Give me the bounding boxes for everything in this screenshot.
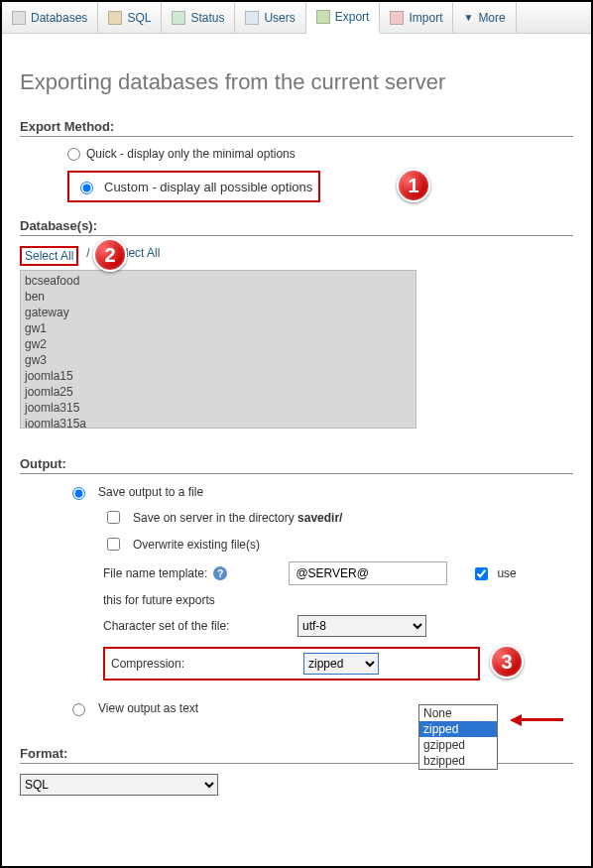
format-select[interactable]: SQL: [20, 774, 218, 796]
select-all-highlight: Select All: [20, 246, 78, 266]
compression-option[interactable]: zipped: [419, 721, 497, 737]
cb-save-server[interactable]: [107, 511, 120, 524]
main-content: Exporting databases from the current ser…: [2, 34, 591, 813]
radio-quick-row[interactable]: Quick - display only the minimal options: [67, 147, 573, 161]
export-icon: [316, 10, 330, 24]
compression-option[interactable]: None: [419, 705, 497, 721]
compression-option[interactable]: gzipped: [419, 737, 497, 753]
cb-overwrite-row[interactable]: Overwrite existing file(s): [103, 535, 573, 554]
future-exports-text: this for future exports: [103, 593, 215, 607]
section-output: Output:: [20, 456, 573, 474]
charset-select[interactable]: utf-8: [297, 615, 426, 637]
help-icon[interactable]: ?: [213, 566, 227, 580]
section-export-method: Export Method:: [20, 119, 573, 137]
tab-sql[interactable]: SQL: [98, 2, 162, 33]
filename-template-input[interactable]: [289, 561, 447, 585]
database-multiselect[interactable]: bcseafoodbengatewaygw1gw2gw3joomla15joom…: [20, 270, 416, 429]
annotation-badge-2: 2: [93, 238, 127, 272]
import-icon: [390, 11, 404, 25]
db-select-links: Select All / Unselect All 2: [20, 246, 573, 266]
section-databases: Database(s):: [20, 218, 573, 236]
top-nav-tabs: Databases SQL Status Users Export Import…: [2, 2, 591, 34]
radio-custom-highlight: Custom - display all possible options 1: [67, 171, 320, 202]
select-all-link[interactable]: Select All: [25, 249, 73, 263]
annotation-badge-3: 3: [490, 645, 524, 679]
cb-save-server-row[interactable]: Save on server in the directory savedir/: [103, 508, 573, 527]
radio-view-text-label: View output as text: [98, 701, 198, 715]
chevron-down-icon: ▼: [463, 12, 473, 23]
compression-label: Compression:: [111, 657, 184, 671]
compression-select[interactable]: zipped: [303, 653, 379, 675]
compression-highlight: Compression: zipped 3: [103, 647, 480, 681]
annotation-badge-1: 1: [397, 169, 430, 202]
tab-export[interactable]: Export: [306, 2, 381, 34]
radio-save-file-label: Save output to a file: [98, 485, 203, 499]
cb-use-label: use: [497, 566, 516, 580]
tab-label: Import: [409, 11, 442, 25]
annotation-arrow: [510, 712, 563, 726]
radio-quick[interactable]: [67, 148, 80, 161]
compression-option[interactable]: bzipped: [419, 753, 497, 769]
tab-label: Export: [335, 10, 370, 24]
tab-more[interactable]: ▼More: [453, 2, 516, 33]
radio-save-file-row[interactable]: Save output to a file: [67, 484, 573, 500]
charset-label: Character set of the file:: [103, 619, 292, 633]
list-item[interactable]: joomla315a: [25, 416, 412, 429]
list-item[interactable]: gateway: [25, 305, 412, 320]
tab-users[interactable]: Users: [235, 2, 305, 33]
radio-quick-label: Quick - display only the minimal options: [86, 147, 296, 161]
export-method-group: Quick - display only the minimal options…: [20, 147, 573, 202]
list-item[interactable]: bcseafood: [25, 273, 412, 289]
radio-save-file[interactable]: [72, 487, 85, 500]
list-item[interactable]: gw1: [25, 320, 412, 336]
list-item[interactable]: gw2: [25, 336, 412, 352]
tab-databases[interactable]: Databases: [2, 2, 98, 33]
list-item[interactable]: joomla315: [25, 400, 412, 416]
page-title: Exporting databases from the current ser…: [20, 69, 573, 95]
sql-icon: [108, 11, 122, 25]
radio-custom[interactable]: [80, 182, 93, 194]
database-icon: [12, 11, 26, 25]
tab-label: Databases: [31, 11, 87, 25]
tab-status[interactable]: Status: [162, 2, 235, 33]
compression-dropdown-open: Nonezippedgzippedbzipped: [418, 704, 498, 770]
filename-template-label: File name template:: [103, 566, 207, 580]
list-item[interactable]: ben: [25, 289, 412, 305]
cb-use-future[interactable]: [475, 567, 488, 580]
output-block: Save output to a file Save on server in …: [20, 484, 573, 716]
radio-view-text[interactable]: [72, 703, 85, 716]
list-item[interactable]: gw3: [25, 352, 412, 368]
tab-label: More: [478, 11, 505, 25]
cb-save-server-label: Save on server in the directory savedir/: [133, 511, 342, 525]
radio-custom-label: Custom - display all possible options: [104, 180, 312, 194]
users-icon: [245, 11, 259, 25]
cb-overwrite-label: Overwrite existing file(s): [133, 538, 260, 552]
tab-label: Users: [264, 11, 295, 25]
tab-label: SQL: [127, 11, 151, 25]
cb-overwrite[interactable]: [107, 538, 120, 551]
status-icon: [172, 11, 185, 25]
tab-label: Status: [190, 11, 224, 25]
list-item[interactable]: joomla15: [25, 368, 412, 384]
tab-import[interactable]: Import: [380, 2, 453, 33]
list-item[interactable]: joomla25: [25, 384, 412, 400]
